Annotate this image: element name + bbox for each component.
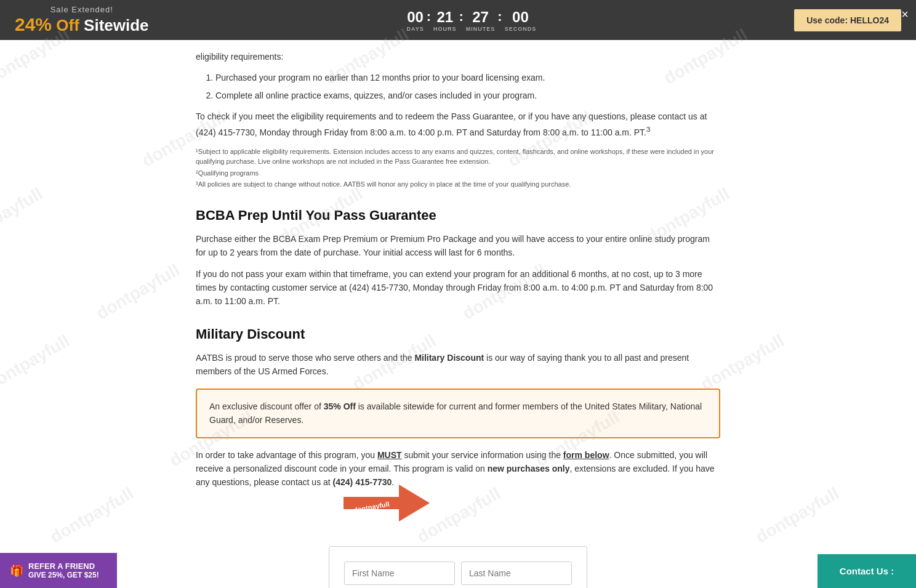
countdown-days: 00 DAYS bbox=[407, 9, 424, 32]
refer-friend-button[interactable]: 🎁 REFER A FRIEND GIVE 25%, GET $25! bbox=[0, 553, 117, 588]
military-highlight-box: An exclusive discount offer of 35% Off i… bbox=[196, 389, 720, 438]
content-body: eligibility requirements: Purchased your… bbox=[196, 50, 720, 588]
footnote-3: ³All policies are subject to change with… bbox=[196, 179, 720, 190]
bcba-heading: BCBA Prep Until You Pass Guarantee bbox=[196, 204, 720, 226]
close-banner-button[interactable]: × bbox=[901, 7, 909, 22]
countdown-sep2: : bbox=[459, 9, 464, 25]
banner-sitewide: Sitewide bbox=[84, 16, 148, 34]
countdown-sep1: : bbox=[427, 9, 431, 25]
refer-line2: GIVE 25%, GET $25! bbox=[28, 571, 99, 579]
footnote-1: ¹Subject to applicable eligibility requi… bbox=[196, 147, 720, 167]
last-name-input[interactable] bbox=[461, 562, 572, 585]
main-content: eligibility requirements: Purchased your… bbox=[181, 40, 735, 588]
arrow-decoration-wrapper: dontpayfull bbox=[196, 497, 720, 534]
military-para3: In order to take advantage of this progr… bbox=[196, 448, 720, 489]
use-code-button[interactable]: Use code: HELLO24 bbox=[794, 9, 901, 31]
eligibility-list: Purchased your program no earlier than 1… bbox=[215, 71, 720, 102]
refer-icon: 🎁 bbox=[10, 564, 23, 578]
pass-guarantee-check-para: To check if you meet the eligibility req… bbox=[196, 110, 720, 139]
banner-off: Off bbox=[56, 16, 79, 34]
name-row bbox=[344, 562, 572, 585]
banner-text-block: Sale Extended! 24% Off Sitewide bbox=[15, 5, 149, 35]
countdown-seconds: 00 SECONDS bbox=[505, 9, 537, 32]
banner-pct: 24% bbox=[15, 14, 52, 34]
contact-us-button[interactable]: Contact Us : bbox=[818, 554, 916, 589]
refer-line1: REFER A FRIEND bbox=[28, 562, 99, 571]
banner-discount-line: 24% Off Sitewide bbox=[15, 14, 149, 35]
form-below-link[interactable]: form below bbox=[563, 450, 609, 460]
military-discount-bold: Military Discount bbox=[414, 353, 484, 363]
footnotes: ¹Subject to applicable eligibility requi… bbox=[196, 147, 720, 190]
eligibility-intro: eligibility requirements: bbox=[196, 50, 720, 63]
discount-pct-bold: 35% Off bbox=[324, 401, 356, 411]
refer-text-block: REFER A FRIEND GIVE 25%, GET $25! bbox=[28, 562, 99, 579]
footnote-2: ²Qualifying programs bbox=[196, 168, 720, 179]
new-purchases-bold: new purchases only bbox=[488, 464, 570, 473]
first-name-input[interactable] bbox=[344, 562, 455, 585]
military-form: Branch of Service (Most Recent) U.S. Air… bbox=[329, 546, 587, 588]
military-para1: AATBS is proud to serve those who serve … bbox=[196, 351, 720, 379]
military-heading: Military Discount bbox=[196, 323, 720, 345]
countdown-minutes: 27 MINUTES bbox=[466, 9, 496, 32]
must-text: MUST bbox=[377, 450, 402, 460]
bcba-para1: Purchase either the BCBA Exam Prep Premi… bbox=[196, 232, 720, 260]
arrow-svg: dontpayfull bbox=[344, 478, 430, 528]
eligibility-item-1: Purchased your program no earlier than 1… bbox=[215, 71, 720, 84]
top-banner: Sale Extended! 24% Off Sitewide 00 DAYS … bbox=[0, 0, 916, 40]
footnote-sup: 3 bbox=[646, 125, 650, 133]
banner-sale-line: Sale Extended! bbox=[15, 5, 149, 14]
eligibility-item-2: Complete all online practice exams, quiz… bbox=[215, 89, 720, 102]
countdown-hours: 21 HOURS bbox=[433, 9, 457, 32]
countdown-sep3: : bbox=[497, 9, 502, 25]
countdown-timer: 00 DAYS : 21 HOURS : 27 MINUTES : 00 SEC… bbox=[407, 9, 537, 32]
bcba-para2: If you do not pass your exam within that… bbox=[196, 267, 720, 308]
